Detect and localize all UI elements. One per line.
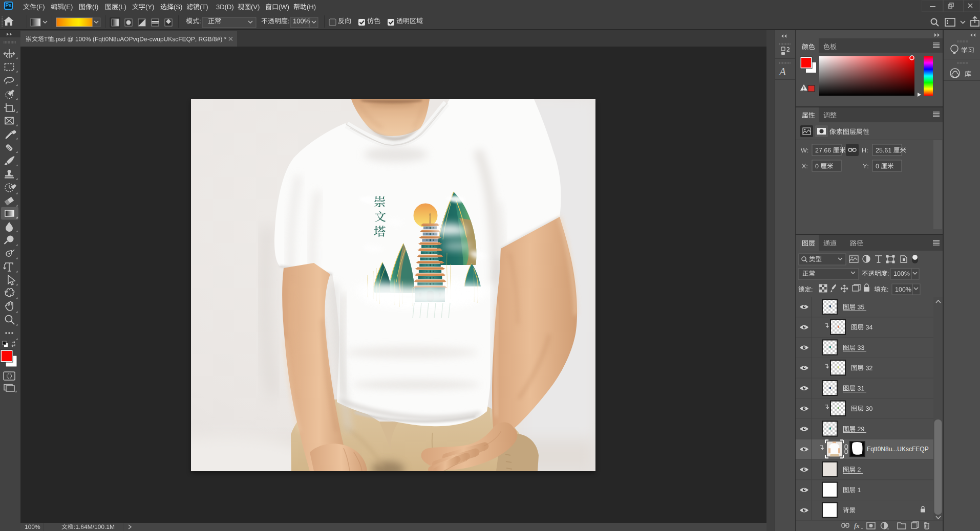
- svg-text:fx: fx: [854, 522, 860, 529]
